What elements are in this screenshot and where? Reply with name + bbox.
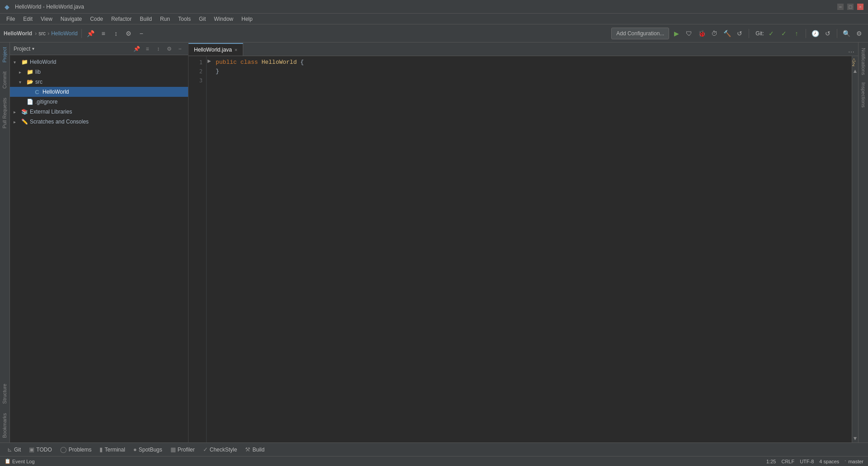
fold-indicator[interactable]: ▶ [207,56,212,65]
scroll-up-btn[interactable]: ▲ [853,68,858,74]
search-everywhere-button[interactable]: 🔍 [841,28,852,39]
toolbar-right-controls: ▶ 🛡 🐞 ⏱ 🔨 ↺ Git: ✓ ✓ ↑ 🕗 ↺ 🔍 ⚙ [671,28,864,39]
panel-settings-btn[interactable]: ⚙ [165,44,174,53]
scroll-down-btn[interactable]: ▼ [853,435,858,442]
git-bottom-icon: ⊾ [7,446,12,453]
tree-item-helloworld-java[interactable]: C HelloWorld [10,87,188,97]
bottom-git-btn[interactable]: ⊾ Git [4,445,24,454]
expand-button[interactable]: ↕ [111,28,122,39]
status-event-log[interactable]: 📋 Event Log [5,458,35,464]
toolbar-sep2 [749,29,749,38]
app-icon: ◆ [5,3,9,10]
right-label-inspections[interactable]: Inspections [859,79,868,111]
encoding-value: UTF-8 [800,459,814,464]
warning-count[interactable]: △ 2 [852,57,858,67]
run-configuration-button[interactable]: Add Configuration... [611,28,669,39]
settings2-button[interactable]: ⚙ [854,28,864,39]
tree-label-src: src [35,79,42,85]
panel-actions: 📌 ≡ ↕ ⚙ − [132,44,184,53]
bottom-checkstyle-btn[interactable]: ✓ CheckStyle [199,445,241,454]
tree-item-lib[interactable]: 📁 lib [10,67,188,77]
collapse-all-button[interactable]: ≡ [98,28,109,39]
tree-item-src[interactable]: 📂 src [10,77,188,87]
menu-view[interactable]: View [37,15,56,23]
status-indent[interactable]: 4 spaces [819,459,839,464]
maximize-button[interactable]: □ [847,4,854,10]
tree-item-scratches[interactable]: ✏️ Scratches and Consoles [10,117,188,127]
menu-bar: File Edit View Navigate Code Refactor Bu… [0,14,868,24]
build-btn-label: Build [252,447,264,453]
bottom-build-btn[interactable]: ⚒ Build [241,445,268,454]
sidebar-item-project[interactable]: Project [0,43,9,67]
expand-all-panel-btn[interactable]: ↕ [154,44,163,53]
panel-hide-btn[interactable]: − [175,44,184,53]
menu-tools[interactable]: Tools [175,15,194,23]
menu-refactor[interactable]: Refactor [108,15,135,23]
close-button[interactable]: × [857,4,863,10]
menu-file[interactable]: File [3,15,19,23]
sidebar-item-structure[interactable]: Structure [0,379,9,409]
sidebar-item-commit[interactable]: Commit [0,67,9,93]
tree-item-helloworld-root[interactable]: 📁 HelloWorld [10,57,188,67]
menu-code[interactable]: Code [86,15,107,23]
menu-edit[interactable]: Edit [19,15,36,23]
debug-button[interactable]: 🐞 [696,28,707,39]
locate-file-button[interactable]: 📌 [85,28,96,39]
menu-navigate[interactable]: Navigate [57,15,85,23]
git-check1[interactable]: ✓ [766,28,777,39]
locate-file-panel-btn[interactable]: 📌 [132,44,141,53]
window-controls: − □ × [837,4,863,10]
breadcrumb-file[interactable]: HelloWorld [51,30,77,37]
status-branch[interactable]: ⋅ master [844,458,863,464]
tree-label-gitignore: .gitignore [35,99,57,105]
status-encoding[interactable]: UTF-8 [800,459,814,464]
src-folder-icon: 📂 [26,78,33,86]
bottom-terminal-btn[interactable]: ▮ Terminal [96,445,128,454]
reload-button[interactable]: ↺ [734,28,745,39]
minimize-button[interactable]: − [837,4,844,10]
code-editor[interactable]: public class HelloWorld { } [212,56,852,442]
breadcrumb-src[interactable]: src [38,30,46,37]
spotbugs-btn-label: SpotBugs [139,447,162,453]
right-label-notifications[interactable]: Notifications [859,44,868,79]
git-arrow-up[interactable]: ↑ [791,28,802,39]
bottom-problems-btn[interactable]: ◯ Problems [57,445,95,454]
status-position[interactable]: 1:25 [766,459,776,464]
menu-window[interactable]: Window [210,15,237,23]
build-bottom-icon: ⚒ [245,446,250,453]
bottom-profiler-btn[interactable]: ▦ Profiler [167,445,198,454]
menu-help[interactable]: Help [238,15,256,23]
toolbar-sep1 [81,29,82,38]
profile-button[interactable]: ⏱ [709,28,720,39]
menu-run[interactable]: Run [156,15,174,23]
collapse-all-panel-btn[interactable]: ≡ [143,44,152,53]
run-button[interactable]: ▶ [671,28,682,39]
sidebar-item-bookmarks[interactable]: Bookmarks [0,409,9,442]
build-button2[interactable]: 🔨 [722,28,732,39]
settings-button[interactable]: ⚙ [123,28,134,39]
checkstyle-icon: ✓ [203,446,208,453]
tree-arrow-external-libs [14,109,19,114]
project-panel-title[interactable]: Project ▾ [14,46,34,52]
coverage-button[interactable]: 🛡 [684,28,694,39]
problems-btn-label: Problems [69,447,92,453]
tree-item-external-libraries[interactable]: 📚 External Libraries [10,107,188,117]
hide-panel-button[interactable]: − [136,28,147,39]
editor-content[interactable]: 1 2 3 ▶ public class HelloWorld { } △ 2 … [189,56,858,442]
menu-git[interactable]: Git [195,15,209,23]
tab-more-button[interactable]: ⋯ [844,48,858,56]
problems-icon: ◯ [60,446,67,453]
history-button[interactable]: 🕗 [810,28,821,39]
git-check2[interactable]: ✓ [778,28,789,39]
line-number-3: 3 [190,76,203,85]
menu-build[interactable]: Build [136,15,156,23]
revert-button[interactable]: ↺ [822,28,833,39]
bottom-todo-btn[interactable]: ▣ TODO [25,445,55,454]
status-line-ending[interactable]: CRLF [781,459,794,464]
tab-close-button[interactable]: × [235,47,237,52]
sidebar-item-pull-requests[interactable]: Pull Requests [0,93,9,133]
tree-item-gitignore[interactable]: 📄 .gitignore [10,97,188,107]
editor-tab-helloworld[interactable]: HelloWorld.java × [189,43,243,56]
event-log-icon: 📋 [5,458,11,464]
bottom-spotbugs-btn[interactable]: ● SpotBugs [130,445,166,454]
